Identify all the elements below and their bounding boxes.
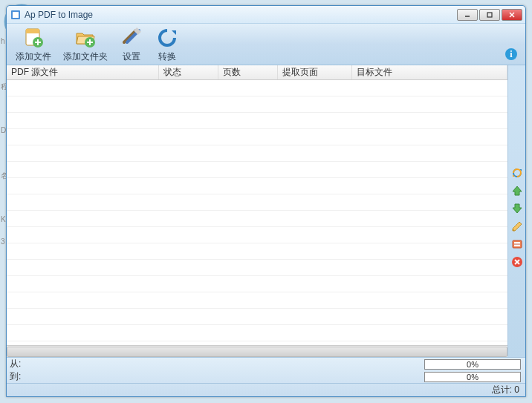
window-title: Ap PDF to Image (25, 10, 457, 20)
background-hints: h 程 D 名 K 3 (0, 0, 6, 403)
maximize-icon (486, 11, 493, 19)
remove-icon (511, 238, 523, 250)
refresh-button[interactable] (510, 166, 524, 180)
table-body[interactable] (7, 80, 507, 345)
to-label: 到: (7, 370, 29, 383)
add-file-label: 添加文件 (16, 50, 51, 63)
info-icon: i (505, 47, 518, 61)
table-header: PDF 源文件 状态 页数 提取页面 目标文件 (7, 65, 507, 80)
column-status[interactable]: 状态 (159, 65, 218, 79)
app-icon (10, 9, 22, 21)
close-button[interactable] (502, 9, 522, 21)
svg-rect-4 (487, 13, 492, 17)
convert-icon (155, 26, 179, 50)
svg-rect-2 (13, 12, 19, 18)
add-file-icon (22, 26, 45, 50)
footer: 从: 0% 到: 0% 总计: 0 (7, 357, 525, 396)
progress-bar-1: 0% (424, 359, 521, 370)
pencil-icon (511, 220, 523, 232)
titlebar: Ap PDF to Image (7, 6, 525, 24)
convert-button[interactable]: 转换 (151, 24, 184, 65)
add-file-button[interactable]: 添加文件 (11, 24, 56, 65)
refresh-icon (511, 167, 523, 179)
arrow-down-icon (511, 203, 523, 214)
maximize-button[interactable] (479, 9, 500, 21)
minimize-icon (464, 11, 471, 19)
arrow-up-icon (511, 185, 523, 197)
edit-button[interactable] (510, 220, 524, 233)
total-count: 总计: 0 (7, 383, 525, 396)
add-folder-button[interactable]: 添加文件夹 (59, 24, 112, 65)
progress-bar-2: 0% (424, 372, 521, 382)
add-folder-icon (74, 26, 97, 50)
settings-icon (120, 26, 143, 50)
toolbar: 添加文件 添加文件夹 设置 (7, 24, 525, 65)
side-toolbar (507, 65, 525, 357)
from-label: 从: (7, 358, 29, 370)
move-up-button[interactable] (510, 184, 524, 197)
delete-button[interactable] (510, 255, 524, 269)
column-target[interactable]: 目标文件 (352, 65, 507, 79)
remove-button[interactable] (510, 237, 524, 251)
delete-icon (511, 256, 523, 268)
minimize-button[interactable] (457, 9, 478, 21)
settings-label: 设置 (123, 50, 140, 63)
file-table: PDF 源文件 状态 页数 提取页面 目标文件 (7, 65, 507, 357)
settings-button[interactable]: 设置 (115, 24, 148, 65)
svg-rect-8 (26, 29, 39, 33)
column-pages[interactable]: 页数 (218, 65, 278, 79)
column-extract[interactable]: 提取页面 (278, 65, 352, 79)
main-window: Ap PDF to Image (6, 5, 526, 397)
content-area: PDF 源文件 状态 页数 提取页面 目标文件 (7, 65, 525, 357)
convert-label: 转换 (158, 50, 176, 63)
info-button[interactable]: i (505, 47, 518, 61)
close-icon (507, 11, 516, 19)
move-down-button[interactable] (510, 202, 524, 215)
horizontal-scrollbar[interactable] (7, 345, 507, 357)
add-folder-label: 添加文件夹 (63, 50, 108, 63)
column-source[interactable]: PDF 源文件 (7, 65, 159, 79)
